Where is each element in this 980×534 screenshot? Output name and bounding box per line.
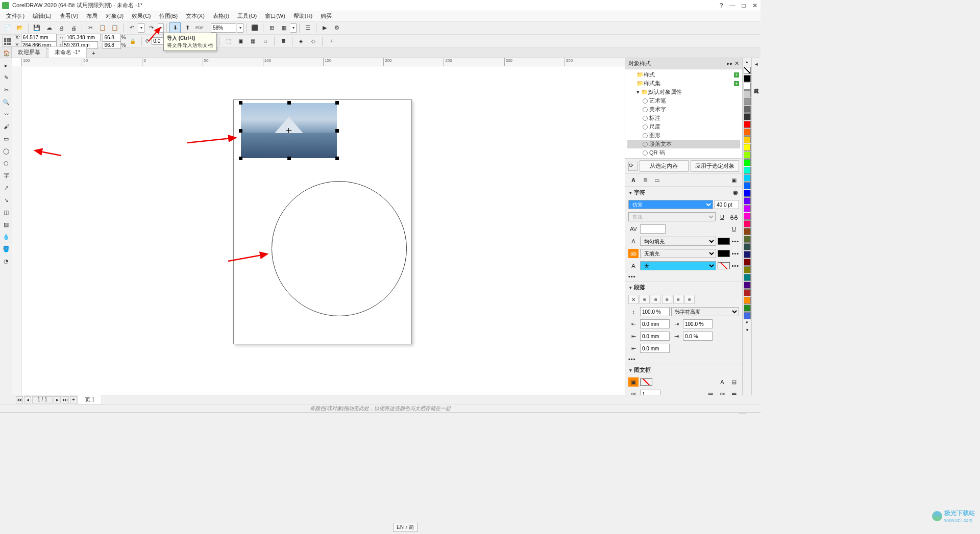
document-tab[interactable]: 未命名 -1* (48, 46, 87, 58)
text-tool[interactable]: 字 (1, 170, 12, 181)
align-center-button[interactable]: ≡ (651, 295, 661, 304)
rectangle-tool[interactable]: ▭ (1, 133, 12, 144)
menu-item[interactable]: 文件(F) (2, 11, 29, 21)
tree-qrcode[interactable]: QR 码 (627, 148, 740, 157)
color-swatch[interactable] (744, 106, 751, 113)
next-page-button[interactable]: ▸ (54, 396, 61, 403)
add-page-button[interactable]: + (70, 396, 77, 403)
eyedropper-tool[interactable]: 💧 (1, 231, 12, 242)
last-page-button[interactable]: ⏭ (62, 396, 69, 403)
color-swatch[interactable] (744, 274, 751, 281)
add-button[interactable]: + (326, 36, 336, 46)
menu-item[interactable]: 查看(V) (56, 11, 83, 21)
docker-tab-1[interactable]: 对象样式 (753, 71, 760, 97)
color-swatch[interactable] (744, 98, 751, 105)
menu-item[interactable]: 对象(J) (102, 11, 128, 21)
font-style-select[interactable]: 常规 (628, 212, 716, 221)
handle-bottom-right[interactable] (335, 157, 339, 160)
line-height-unit[interactable]: %字符高度 (671, 307, 739, 316)
export-button[interactable]: ⬆ (182, 22, 193, 34)
distribute-button[interactable]: ▦ (248, 36, 258, 46)
zoom-tool[interactable]: 🔍 (1, 96, 12, 108)
color-swatch[interactable] (744, 312, 751, 319)
color-swatch[interactable] (744, 113, 751, 120)
lock-ratio-button[interactable]: 🔒 (128, 36, 138, 46)
order-button[interactable]: ◈ (296, 36, 306, 46)
home-tab-icon[interactable]: 🏠 (2, 48, 11, 58)
polygon-tool[interactable]: ⬠ (1, 158, 12, 169)
kerning-input[interactable] (640, 224, 666, 234)
underline-icon[interactable]: U (729, 224, 739, 234)
menu-item[interactable]: 工具(O) (233, 11, 261, 21)
frame-opt2-button[interactable]: ▥ (717, 390, 727, 395)
wrap-text-button[interactable]: ≣ (278, 36, 288, 46)
frame-align-a-button[interactable]: A (717, 377, 727, 387)
handle-middle-left[interactable] (239, 129, 242, 133)
color-swatch[interactable] (744, 83, 751, 90)
color-swatch[interactable] (744, 297, 751, 304)
color-swatch[interactable] (744, 236, 751, 243)
tree-styleset[interactable]: 📁 样式集+ (627, 79, 740, 88)
all-caps-button[interactable]: A̱A̱ (729, 212, 739, 221)
color-swatch[interactable] (744, 289, 751, 296)
menu-item[interactable]: 布局 (82, 11, 102, 21)
pdf-button[interactable]: PDF (194, 22, 205, 34)
color-swatch[interactable] (744, 121, 751, 128)
launchpad-button[interactable]: ▶ (319, 22, 330, 34)
canvas-area[interactable]: 10050050100150200250300350 (12, 58, 625, 395)
minimize-icon[interactable]: — (729, 2, 736, 9)
indent-left-input[interactable] (640, 319, 670, 328)
color-swatch[interactable] (744, 228, 751, 235)
fill-none-swatch[interactable] (739, 414, 746, 415)
print-merge-button[interactable]: 🖨 (68, 22, 79, 34)
menu-item[interactable]: 窗口(W) (261, 11, 289, 21)
bg-fill-select[interactable]: 无填充 (640, 249, 716, 258)
character-section[interactable]: ▾字符◉ (625, 186, 742, 198)
tree-dimension[interactable]: 尺度 (627, 122, 740, 131)
outline-more-button[interactable]: ••• (731, 263, 739, 269)
handle-top-middle[interactable] (287, 101, 291, 105)
apply-to-selection-button[interactable]: 应用于选定对象 (691, 160, 740, 172)
para-more-button[interactable]: ••• (628, 356, 636, 362)
handle-bottom-middle[interactable] (287, 157, 291, 160)
paste-button[interactable]: 📋 (109, 22, 120, 34)
connector-tool[interactable]: ↘ (1, 194, 12, 206)
snap-button[interactable]: ⊞ (266, 22, 277, 34)
paragraph-section[interactable]: ▾段落 (625, 281, 742, 293)
selected-image[interactable] (241, 103, 337, 158)
shape-tool[interactable]: ✎ (1, 72, 12, 83)
char-tab-icon[interactable]: A (628, 175, 639, 185)
align-right-button[interactable]: ≡ (662, 295, 672, 304)
open-button[interactable]: 📂 (14, 22, 26, 34)
drop-shadow-tool[interactable]: ◫ (1, 207, 12, 218)
color-swatch[interactable] (744, 190, 751, 197)
align-none-button[interactable]: ✕ (628, 295, 639, 304)
docker-expand-icon[interactable]: ◂ (753, 60, 760, 67)
pick-tool[interactable]: ▸ (1, 60, 12, 71)
frame-flow-icon[interactable]: ▣ (628, 377, 639, 387)
crop-button[interactable]: ⬚ (224, 36, 234, 46)
handle-bottom-left[interactable] (239, 157, 242, 160)
color-swatch[interactable] (744, 182, 751, 189)
fill-more-button[interactable]: ••• (731, 238, 739, 244)
tree-artistic-text[interactable]: 美术字 (627, 105, 740, 114)
menu-item[interactable]: 效果(C) (128, 11, 155, 21)
zoom-input[interactable] (211, 23, 236, 33)
columns-input[interactable] (640, 390, 660, 395)
fill-tool[interactable]: 🪣 (1, 243, 12, 255)
freehand-tool[interactable]: 〰 (1, 109, 12, 120)
color-swatch[interactable] (744, 282, 751, 289)
new-style-button[interactable]: ⟳ (628, 162, 638, 171)
scale-y-input[interactable] (103, 41, 121, 49)
first-indent-input[interactable] (640, 344, 670, 353)
tree-default-props[interactable]: ▾ 📁 默认对象属性 (627, 88, 740, 96)
import-button[interactable]: ⬇ (169, 22, 181, 34)
space-before-input[interactable] (640, 332, 670, 341)
pos-x-input[interactable] (21, 34, 57, 41)
color-swatch[interactable] (744, 144, 751, 151)
frame-tab-icon[interactable]: ▭ (652, 175, 662, 185)
from-selection-button[interactable]: 从选定内容 (640, 160, 689, 172)
print-button[interactable]: 🖨 (56, 22, 67, 34)
palette-down-icon[interactable]: ▾ (743, 320, 751, 327)
color-swatch[interactable] (744, 220, 751, 227)
